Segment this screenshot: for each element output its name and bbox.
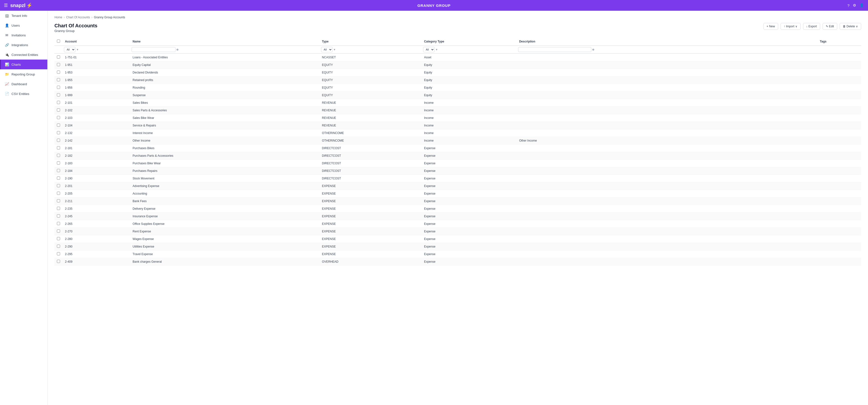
row-checkbox[interactable] <box>57 108 60 112</box>
row-name: Interest Income <box>130 129 319 137</box>
row-checkbox[interactable] <box>57 63 60 66</box>
row-checkbox[interactable] <box>57 222 60 225</box>
table-row: 1-951 Equity Capital EQUITY Equity <box>55 61 861 69</box>
sidebar-item-reporting-group[interactable]: 📁Reporting Group <box>0 69 48 79</box>
topbar-left: ☰ snapzl⚡ <box>4 2 32 8</box>
row-type: REVENUE <box>320 107 422 114</box>
sidebar-item-connected-entities[interactable]: 🔌Connected Entities <box>0 50 48 60</box>
row-checkbox[interactable] <box>57 101 60 104</box>
row-checkbox[interactable] <box>57 116 60 119</box>
col-type: Type <box>320 38 422 45</box>
row-checkbox[interactable] <box>57 229 60 232</box>
row-account: 2-270 <box>63 228 130 235</box>
row-account: 1-956 <box>63 84 130 92</box>
sidebar-item-tenant-info[interactable]: 🏢Tenant Info <box>0 11 48 21</box>
user-icon[interactable]: 👤 <box>860 3 864 7</box>
sidebar-icon-integrations: 🔗 <box>5 43 9 47</box>
row-checkbox[interactable] <box>57 207 60 210</box>
settings-icon[interactable]: ⚙ <box>853 3 856 7</box>
row-type: DIRECTCOST <box>320 175 422 182</box>
breadcrumb-link-0[interactable]: Home <box>55 15 62 19</box>
type-filter-select[interactable]: All <box>321 47 333 52</box>
sidebar-item-users[interactable]: 👤Users <box>0 21 48 30</box>
row-name: Utilities Expense <box>130 243 319 250</box>
sidebar-item-integrations[interactable]: 🔗Integrations <box>0 40 48 50</box>
row-checkbox[interactable] <box>57 237 60 240</box>
row-checkbox[interactable] <box>57 184 60 187</box>
row-checkbox[interactable] <box>57 169 60 172</box>
row-checkbox-cell <box>55 54 63 61</box>
delete-button[interactable]: 🗑 Delete ∨ <box>840 23 861 30</box>
row-name: Purchases Bikes <box>130 145 319 152</box>
category-type-filter-select[interactable]: All <box>423 47 435 52</box>
table-row: 2-235 Delivery Expense EXPENSE Expense <box>55 205 861 213</box>
row-checkbox[interactable] <box>57 146 60 149</box>
account-filter-icon[interactable]: ▼ <box>76 48 79 51</box>
row-description <box>517 220 817 228</box>
row-checkbox[interactable] <box>57 154 60 157</box>
type-filter-icon[interactable]: ▼ <box>333 48 336 51</box>
category-type-filter-icon[interactable]: ▼ <box>435 48 438 51</box>
row-category-type: Expense <box>422 182 517 190</box>
import-button[interactable]: ↑ Import ∨ <box>781 23 801 30</box>
row-checkbox[interactable] <box>57 252 60 255</box>
name-filter-icon[interactable]: ⊗ <box>176 48 179 51</box>
account-filter-select[interactable]: All <box>64 47 75 52</box>
row-checkbox[interactable] <box>57 78 60 81</box>
row-tags <box>817 76 861 84</box>
export-button[interactable]: ↓ Export <box>803 23 820 30</box>
table-row: 2-132 Interest Income OTHERINCOME Income <box>55 129 861 137</box>
page-title-block: Chart Of Accounts Granny Group <box>55 23 97 33</box>
edit-button[interactable]: ✎ Edit <box>823 23 837 30</box>
hamburger-menu-icon[interactable]: ☰ <box>4 3 8 8</box>
row-checkbox[interactable] <box>57 124 60 127</box>
row-category-type: Asset <box>422 54 517 61</box>
row-checkbox[interactable] <box>57 199 60 202</box>
row-name: Advertising Expense <box>130 182 319 190</box>
row-type: EXPENSE <box>320 220 422 228</box>
row-checkbox-cell <box>55 175 63 182</box>
row-account: 1-751-01 <box>63 54 130 61</box>
row-checkbox[interactable] <box>57 161 60 164</box>
row-checkbox-cell <box>55 107 63 114</box>
row-checkbox[interactable] <box>57 86 60 89</box>
row-account: 2-245 <box>63 213 130 220</box>
row-checkbox[interactable] <box>57 245 60 248</box>
sidebar-item-invitations[interactable]: ✉Invitations <box>0 30 48 40</box>
name-filter-input[interactable] <box>132 47 176 52</box>
row-checkbox-cell <box>55 243 63 250</box>
row-checkbox[interactable] <box>57 55 60 59</box>
row-checkbox[interactable] <box>57 139 60 142</box>
new-button[interactable]: + New <box>764 23 778 30</box>
row-type: EXPENSE <box>320 190 422 197</box>
row-category-type: Expense <box>422 213 517 220</box>
row-name: Rent Expense <box>130 228 319 235</box>
breadcrumb-link-1[interactable]: Chart Of Accounts <box>66 15 90 19</box>
row-checkbox[interactable] <box>57 214 60 218</box>
row-checkbox[interactable] <box>57 131 60 134</box>
row-checkbox-cell <box>55 69 63 76</box>
row-account: 1-951 <box>63 61 130 69</box>
description-filter-icon[interactable]: ⊗ <box>592 48 594 51</box>
row-checkbox[interactable] <box>57 93 60 96</box>
sidebar-item-charts[interactable]: 📊Charts <box>0 60 48 69</box>
row-category-type: Expense <box>422 167 517 175</box>
table-row: 1-999 Suspense EQUITY Equity <box>55 92 861 99</box>
row-checkbox[interactable] <box>57 177 60 180</box>
description-filter-input[interactable] <box>518 47 591 52</box>
row-checkbox[interactable] <box>57 70 60 74</box>
row-tags <box>817 122 861 129</box>
row-checkbox[interactable] <box>57 192 60 195</box>
row-type: EQUITY <box>320 84 422 92</box>
sidebar-item-dashboard[interactable]: 📈Dashboard <box>0 79 48 89</box>
help-icon[interactable]: ? <box>847 3 849 7</box>
row-description <box>517 160 817 167</box>
row-description <box>517 175 817 182</box>
select-all-checkbox[interactable] <box>57 39 60 43</box>
row-checkbox[interactable] <box>57 260 60 263</box>
row-name: Sales Bikes <box>130 99 319 107</box>
sidebar-item-csv-entities[interactable]: 📄CSV Entities <box>0 89 48 99</box>
row-account: 1-999 <box>63 92 130 99</box>
table-body: 1-751-01 Loans - Associated Entities NCA… <box>55 54 861 266</box>
row-category-type: Expense <box>422 152 517 160</box>
